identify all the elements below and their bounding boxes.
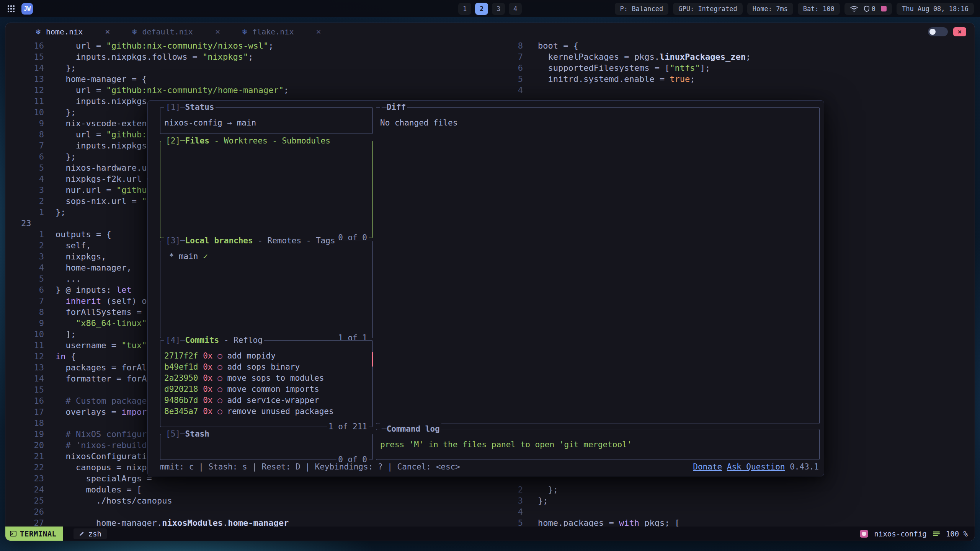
- shell-tab[interactable]: zsh: [74, 528, 107, 539]
- code-text: forAllSystems = n: [56, 306, 152, 318]
- workspace-4[interactable]: 4: [509, 3, 522, 15]
- line-number: 12: [5, 351, 44, 362]
- code-text: ...: [56, 273, 81, 284]
- code-text: specialArgs =: [56, 473, 152, 484]
- code-text: inputs.nixpkgs.follows = "nixpkgs";: [56, 51, 253, 62]
- code-text: modules = [: [56, 484, 142, 495]
- pin-toggle[interactable]: [928, 27, 948, 36]
- wifi-icon[interactable]: [850, 5, 858, 12]
- code-text: inputs.nixpkgs.: [56, 96, 152, 107]
- code-line: 4: [497, 85, 751, 96]
- code-text: canopus = nixpk: [56, 462, 152, 473]
- tab-close-icon[interactable]: ×: [215, 27, 220, 36]
- commit-row[interactable]: b49ef1d 0x ○ add sops binary: [164, 362, 369, 373]
- commit-list: 2717f2f 0x ○ add mopidyb49ef1d 0x ○ add …: [164, 350, 369, 417]
- code-text: nixpkgs-f2k.url =: [56, 173, 152, 184]
- code-text: in {: [56, 351, 76, 362]
- workspace-switcher: 1234: [458, 3, 522, 15]
- code-line: 8boot = {: [497, 40, 751, 51]
- commit-row[interactable]: 8e345a7 0x ○ remove unused packages: [164, 406, 369, 417]
- ask-question-link[interactable]: Ask Question: [727, 462, 785, 471]
- line-number: 11: [5, 96, 44, 107]
- code-line: 2 };: [497, 484, 680, 495]
- terminal-mode-icon: [10, 530, 16, 537]
- lazygit-footer-links: Donate Ask Question 0.43.1: [693, 461, 819, 473]
- branch-row[interactable]: * main ✓: [164, 251, 369, 262]
- commit-row[interactable]: 9486b7d 0x ○ add service-wrapper: [164, 395, 369, 406]
- lazygit-stash-panel[interactable]: [5]─Stash 0 of 0: [160, 434, 373, 460]
- line-number: 4: [5, 262, 44, 273]
- workspace-3[interactable]: 3: [492, 3, 505, 15]
- line-number: 5: [5, 273, 44, 284]
- lazygit-diff-panel[interactable]: ─Diff No changed files: [376, 107, 820, 424]
- window-controls: ×: [928, 27, 966, 36]
- panel-title: [4]─Commits - Reflog: [164, 335, 264, 346]
- tab-home.nix[interactable]: ❄home.nix×: [35, 27, 110, 36]
- workspace-2[interactable]: 2: [475, 3, 488, 15]
- code-line: 5home.packages = with pkgs; [: [497, 517, 680, 527]
- code-text: "x86_64-linux": [56, 318, 147, 329]
- code-text: };: [538, 484, 558, 495]
- commit-message: move common imports: [227, 385, 319, 394]
- line-number: 18: [5, 417, 44, 429]
- shell-tab-label: zsh: [88, 530, 101, 538]
- line-number: 14: [5, 373, 44, 384]
- code-line: 12 url = "github:nix-community/home-mana…: [5, 85, 497, 96]
- tab-default.nix[interactable]: ❄default.nix×: [132, 27, 220, 36]
- line-number: 5: [497, 517, 523, 527]
- code-text: initrd.systemd.enable = true;: [538, 73, 695, 85]
- line-number: 9: [5, 318, 44, 329]
- lazygit-branches-panel[interactable]: [3]─Local branches - Remotes - Tags * ma…: [160, 241, 373, 338]
- code-line: 7 kernelPackages = pkgs.linuxPackages_ze…: [497, 51, 751, 62]
- line-number: 12: [5, 85, 44, 96]
- code-text: url = "github:nix-community/home-manager…: [56, 85, 289, 96]
- commit-hash: 9486b7d: [164, 396, 198, 405]
- line-number: 10: [5, 329, 44, 340]
- user-badge[interactable]: JW: [21, 3, 33, 15]
- color-dot-icon[interactable]: [881, 6, 887, 11]
- workspace-1[interactable]: 1: [458, 3, 471, 15]
- shield-icon[interactable]: 0: [864, 5, 875, 13]
- line-number: 16: [5, 40, 44, 51]
- app-launcher-icon[interactable]: [6, 4, 16, 14]
- code-text: supportedFilesystems = ["ntfs"];: [538, 62, 710, 73]
- code-line: 24 modules = [: [5, 484, 497, 495]
- commit-row[interactable]: 2a23950 0x ○ move sops to modules: [164, 373, 369, 384]
- lazygit-command-log-panel[interactable]: ─Command log press 'M' in the files pane…: [376, 429, 820, 460]
- tab-close-icon[interactable]: ×: [105, 27, 110, 36]
- commits-count: 1 of 211: [327, 421, 369, 432]
- panel-title: ─Command log: [380, 424, 441, 435]
- code-text: formatter = forAl: [56, 373, 152, 384]
- line-number: 15: [5, 51, 44, 62]
- line-number: 17: [5, 406, 44, 417]
- code-line: 14 };: [5, 62, 497, 73]
- lazygit-files-panel[interactable]: [2]─Files - Worktrees - Submodules 0 of …: [160, 141, 373, 238]
- code-text: sops-nix.url = "g: [56, 196, 152, 207]
- line-number: 13: [5, 73, 44, 85]
- tab-flake.nix[interactable]: ❄flake.nix×: [242, 27, 321, 36]
- editor-pane-right-top[interactable]: 8boot = {7 kernelPackages = pkgs.linuxPa…: [497, 40, 751, 96]
- code-text: ];: [56, 329, 76, 340]
- code-text: ./hosts/canopus: [56, 495, 172, 506]
- tab-close-icon[interactable]: ×: [316, 27, 321, 36]
- code-text: };: [56, 207, 66, 218]
- window-close-button[interactable]: ×: [953, 27, 966, 36]
- commit-row[interactable]: 2717f2f 0x ○ add mopidy: [164, 350, 369, 362]
- code-text: inputs.nixpkgs.: [56, 140, 152, 151]
- editor-pane-right-bottom[interactable]: 2 };3};45home.packages = with pkgs; [: [497, 484, 680, 527]
- donate-link[interactable]: Donate: [693, 462, 722, 471]
- commit-row[interactable]: d920218 0x ○ move common imports: [164, 384, 369, 395]
- lazygit-status-panel[interactable]: [1]─Status nixos-config → main: [160, 107, 373, 134]
- lazygit-commits-panel[interactable]: [4]─Commits - Reflog 2717f2f 0x ○ add mo…: [160, 340, 373, 427]
- commit-message: add mopidy: [227, 351, 275, 360]
- repo-branch-status: nixos-config → main: [164, 117, 369, 129]
- terminal-window: ❄home.nix×❄default.nix×❄flake.nix× × 16 …: [5, 23, 975, 541]
- commit-hash: d920218: [164, 385, 198, 394]
- commits-scrollbar-thumb[interactable]: [372, 352, 373, 367]
- code-text: outputs = {: [56, 229, 111, 240]
- lazygit-version: 0.43.1: [790, 462, 819, 471]
- line-number: 2: [5, 196, 44, 207]
- line-number: 7: [5, 295, 44, 306]
- commit-flag: 0x: [203, 407, 212, 416]
- statusbar-right: nixos-config 100 %: [860, 530, 968, 538]
